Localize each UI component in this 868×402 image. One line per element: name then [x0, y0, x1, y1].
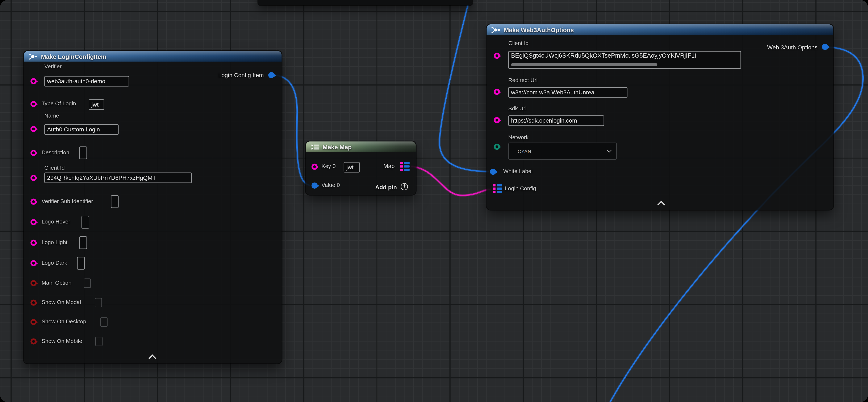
add-pin-label[interactable]: Add pin — [375, 183, 397, 190]
node-header[interactable]: Make Map — [306, 142, 415, 152]
input-pin-value0[interactable] — [312, 182, 318, 189]
show-on-modal-checkbox[interactable] — [95, 298, 102, 307]
add-pin-plus-icon[interactable]: + — [401, 183, 408, 190]
input-pin-white-label[interactable] — [490, 169, 496, 175]
client-id-value: BEglQSgt4cUWcj6SKRdu5QkOXTsePmMcusG5EAoy… — [511, 52, 696, 59]
dropdown-chevron-icon — [607, 148, 612, 153]
network-selected-value: CYAN — [518, 148, 531, 154]
output-pin-web3auth-options[interactable] — [822, 44, 828, 50]
description-input[interactable] — [79, 147, 87, 160]
pin-label-type-of-login: Type Of Login — [41, 100, 76, 107]
input-pin-main-option[interactable] — [30, 280, 36, 286]
node-header[interactable]: Make LoginConfigItem — [24, 51, 281, 62]
input-pin-show-on-mobile[interactable] — [30, 338, 36, 344]
node-title: Make Map — [323, 143, 352, 150]
pin-label-name: Name — [44, 113, 59, 119]
map-type-icon-output-pin[interactable] — [400, 162, 410, 171]
make-struct-icon — [28, 53, 38, 60]
client-id-scrollbar[interactable] — [511, 63, 657, 66]
input-pin-verifier[interactable] — [30, 78, 36, 84]
input-pin-logo-hover[interactable] — [30, 219, 36, 225]
collapse-chevron-icon[interactable] — [657, 201, 665, 208]
map-type-icon-login-config-pin[interactable] — [493, 184, 502, 193]
pin-label-description: Description — [41, 149, 69, 155]
pin-label-show-on-mobile: Show On Mobile — [41, 338, 82, 344]
input-pin-redirect-url[interactable] — [494, 89, 500, 95]
pin-label-logo-dark: Logo Dark — [41, 260, 67, 266]
collapse-chevron-icon[interactable] — [149, 354, 156, 362]
input-pin-logo-light[interactable] — [30, 240, 36, 246]
input-pin-verifier-sub-identifier[interactable] — [30, 199, 36, 205]
node-make-map[interactable]: Make Map Key 0 jwt Map Value 0 Add pin + — [306, 142, 415, 195]
pin-label-logo-hover: Logo Hover — [41, 219, 70, 225]
node-header[interactable]: Make Web3AuthOptions — [487, 24, 833, 35]
pin-label-value0: Value 0 — [321, 182, 340, 188]
input-pin-client-id[interactable] — [30, 175, 36, 181]
pin-label-network: Network — [508, 134, 529, 140]
output-pin-label-map: Map — [383, 163, 395, 169]
key0-input[interactable]: jwt — [344, 162, 360, 172]
pin-label-redirect-url: Redirect Url — [508, 77, 537, 83]
type-of-login-input[interactable]: jwt — [89, 99, 104, 110]
logo-hover-input[interactable] — [82, 216, 89, 229]
node-make-web3authoptions[interactable]: Make Web3AuthOptions Web 3Auth Options C… — [487, 24, 833, 210]
logo-light-input[interactable] — [79, 236, 87, 249]
make-map-icon — [310, 143, 319, 150]
input-pin-logo-dark[interactable] — [30, 260, 36, 266]
pin-label-show-on-desktop: Show On Desktop — [41, 318, 86, 324]
redirect-url-input[interactable]: w3a://com.w3a.Web3AuthUnreal — [508, 87, 627, 97]
input-pin-sdk-url[interactable] — [494, 117, 500, 123]
output-pin-login-config-item[interactable] — [268, 72, 274, 78]
logo-dark-input[interactable] — [77, 257, 85, 270]
pin-label-verifier-sub-identifier: Verifier Sub Identifier — [41, 198, 93, 204]
input-pin-key0[interactable] — [312, 164, 318, 170]
input-pin-client-id[interactable] — [494, 53, 500, 59]
show-on-mobile-checkbox[interactable] — [95, 337, 102, 346]
wire-top-to-white-label-glow — [439, 0, 489, 171]
input-pin-type-of-login[interactable] — [30, 101, 36, 107]
offscreen-node-bottom-edge[interactable] — [258, 0, 472, 5]
output-pin-label: Web 3Auth Options — [767, 44, 817, 51]
pin-label-logo-light: Logo Light — [41, 239, 67, 245]
client-id-input[interactable]: BEglQSgt4cUWcj6SKRdu5QkOXTsePmMcusG5EAoy… — [508, 51, 741, 69]
pin-label-verifier: Verifier — [44, 63, 62, 69]
blueprint-graph-canvas[interactable]: Make LoginConfigItem Login Config Item V… — [0, 0, 868, 402]
input-pin-show-on-desktop[interactable] — [30, 319, 36, 325]
pin-label-show-on-modal: Show On Modal — [41, 299, 81, 305]
verifier-sub-identifier-input[interactable] — [111, 195, 119, 208]
pin-label-sdk-url: Sdk Url — [508, 105, 527, 111]
input-pin-network[interactable] — [494, 144, 500, 150]
show-on-desktop-checkbox[interactable] — [100, 317, 107, 327]
make-struct-icon — [491, 26, 501, 33]
network-dropdown[interactable]: CYAN — [508, 143, 617, 160]
output-pin-label: Login Config Item — [218, 71, 264, 78]
node-title: Make LoginConfigItem — [41, 53, 106, 60]
input-pin-description[interactable] — [30, 150, 36, 156]
client-id-input[interactable]: 294QRkchfq2YaXUbPri7D6PH7xzHgQMT — [44, 173, 192, 183]
node-title: Make Web3AuthOptions — [504, 26, 574, 33]
pin-label-key0: Key 0 — [321, 163, 336, 169]
sdk-url-input[interactable]: https://sdk.openlogin.com — [508, 115, 604, 126]
name-input[interactable]: Auth0 Custom Login — [44, 124, 119, 135]
pin-label-client-id: Client Id — [508, 40, 529, 46]
pin-label-login-config: Login Config — [505, 185, 536, 191]
verifier-input[interactable]: web3auth-auth0-demo — [44, 76, 129, 86]
wire-top-to-white-label[interactable] — [439, 0, 489, 171]
main-option-checkbox[interactable] — [84, 279, 91, 288]
pin-label-main-option: Main Option — [41, 280, 71, 286]
pin-label-client-id: Client Id — [44, 165, 65, 171]
input-pin-show-on-modal[interactable] — [30, 299, 36, 306]
input-pin-name[interactable] — [30, 126, 36, 132]
node-make-loginconfigitem[interactable]: Make LoginConfigItem Login Config Item V… — [24, 51, 281, 363]
pin-label-white-label: White Label — [503, 168, 532, 174]
